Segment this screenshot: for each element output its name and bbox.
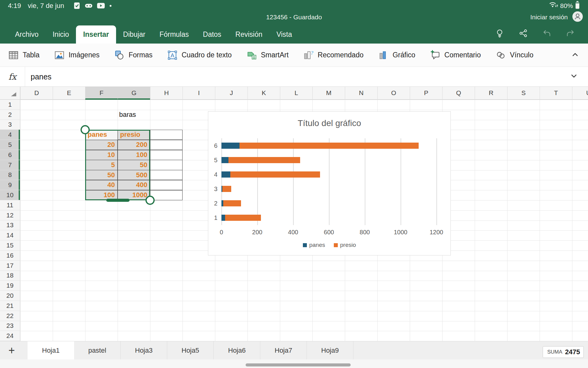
share-icon[interactable] [518,29,528,38]
column-header-F[interactable]: F [85,87,118,100]
ribbon-tab-fórmulas[interactable]: Fórmulas [153,25,196,44]
row-header-15[interactable]: 15 [0,240,20,251]
ribbon-tab-datos[interactable]: Datos [196,25,228,44]
ribbon-tab-insertar[interactable]: Insertar [76,25,116,44]
table-cell[interactable]: 20 [85,140,118,150]
row-header-3[interactable]: 3 [0,120,20,130]
ribbon-tab-inicio[interactable]: Inicio [46,25,76,44]
row-header-20[interactable]: 20 [0,291,20,301]
toolbar-formas[interactable]: Formas [114,50,153,61]
row-header-12[interactable]: 12 [0,210,20,220]
column-header-R[interactable]: R [475,87,507,100]
table-cell[interactable]: 5 [85,160,118,170]
table-cell[interactable]: 400 [118,180,150,190]
row-header-24[interactable]: 24 [0,331,20,341]
column-header-D[interactable]: D [20,87,53,100]
add-sheet-button[interactable]: + [0,341,23,359]
sheet-tab-hoja3[interactable]: Hoja3 [121,341,167,359]
ribbon-tab-revisión[interactable]: Revisión [228,25,270,44]
redo-icon[interactable] [566,29,575,38]
column-header-G[interactable]: G [118,87,150,100]
table-header-cell[interactable]: presio [118,130,150,140]
column-header-U[interactable]: U [572,87,588,100]
row-header-7[interactable]: 7 [0,160,20,170]
table-cell[interactable]: 100 [118,150,150,160]
sheet-tab-hoja6[interactable]: Hoja6 [214,341,260,359]
column-header-E[interactable]: E [53,87,85,100]
column-header-J[interactable]: J [215,87,247,100]
table-cell[interactable]: 40 [85,180,118,190]
toolbar-gráfico[interactable]: Gráfico [378,50,415,61]
row-header-21[interactable]: 21 [0,301,20,311]
row-header-2[interactable]: 2 [0,110,20,120]
row-header-18[interactable]: 18 [0,271,20,281]
lightbulb-icon[interactable] [495,29,504,38]
column-header-L[interactable]: L [280,87,312,100]
table-cell[interactable]: 50 [118,160,150,170]
undo-icon[interactable] [542,29,552,38]
column-header-H[interactable]: H [150,87,183,100]
toolbar-imágenes[interactable]: Imágenes [54,50,100,61]
row-header-22[interactable]: 22 [0,311,20,321]
toolbar-recomendado[interactable]: ?Recomendado [303,50,364,61]
row-header-16[interactable]: 16 [0,251,20,261]
row-header-8[interactable]: 8 [0,170,20,180]
avatar[interactable] [572,11,583,24]
selection-handle-bottom-right[interactable] [145,196,155,205]
column-header-I[interactable]: I [183,87,215,100]
fill-handle[interactable] [106,199,130,202]
column-header-Q[interactable]: Q [442,87,475,100]
row-header-19[interactable]: 19 [0,281,20,291]
toolbar-cuadro-de-texto[interactable]: ACuadro de texto [167,50,232,61]
row-header-13[interactable]: 13 [0,220,20,231]
column-header-P[interactable]: P [410,87,442,100]
row-header-5[interactable]: 5 [0,140,20,150]
ribbon-tab-dibujar[interactable]: Dibujar [116,25,153,44]
cell-G2-label[interactable]: baras [119,110,136,120]
formula-input[interactable]: panes [25,72,588,81]
column-header-K[interactable]: K [247,87,280,100]
horizontal-scrollbar[interactable] [246,363,351,366]
row-header-23[interactable]: 23 [0,321,20,331]
sheet-tab-hoja5[interactable]: Hoja5 [167,341,214,359]
toolbar-vínculo[interactable]: Vínculo [495,50,533,61]
toolbar-comentario[interactable]: Comentario [430,50,481,61]
table-cell[interactable]: 500 [118,170,150,180]
ribbon-tab-archivo[interactable]: Archivo [8,25,46,44]
column-header-T[interactable]: T [540,87,572,100]
fx-button[interactable]: fx [0,67,25,86]
row-header-17[interactable]: 17 [0,261,20,271]
column-header-O[interactable]: O [377,87,410,100]
column-header-M[interactable]: M [312,87,345,100]
table-cell[interactable]: 200 [118,140,150,150]
row-header-9[interactable]: 9 [0,180,20,190]
column-header-S[interactable]: S [507,87,540,100]
column-header-N[interactable]: N [345,87,377,100]
sheet-tab-hoja1[interactable]: Hoja1 [28,341,74,359]
select-all-button[interactable] [0,87,20,100]
sheet-tab-hoja7[interactable]: Hoja7 [260,341,307,359]
row-header-14[interactable]: 14 [0,230,20,240]
row-header-1[interactable]: 1 [0,100,20,110]
ribbon-tab-vista[interactable]: Vista [270,25,299,44]
table-header-cell[interactable]: panes [85,130,118,140]
chevron-down-icon[interactable] [570,72,578,82]
row-header-11[interactable]: 11 [0,200,20,210]
chart-object[interactable]: Título del gráfico panespresio 020040060… [208,111,451,255]
sheet-tab-hoja9[interactable]: Hoja9 [307,341,353,359]
sign-in-button[interactable]: Iniciar sesión [530,13,568,21]
row-header-4[interactable]: 4 [0,130,20,140]
row-header-10[interactable]: 10 [0,190,20,200]
x-tick-label: 800 [360,229,370,236]
chart-gridline [221,138,222,225]
sum-readout[interactable]: SUMA 2475 [543,346,584,358]
table-cell[interactable]: 10 [85,150,118,160]
table-cell[interactable]: 50 [85,170,118,180]
toolbar-label: Imágenes [69,51,100,59]
toolbar-tabla[interactable]: Tabla [8,50,40,61]
row-header-6[interactable]: 6 [0,150,20,160]
toolbar-smartart[interactable]: SmartArt [246,50,289,61]
chevron-up-icon[interactable] [571,50,579,60]
sheet-tab-bar: + Hoja1pastelHoja3Hoja5Hoja6Hoja7Hoja9 S… [0,341,588,359]
sheet-tab-pastel[interactable]: pastel [74,341,121,359]
